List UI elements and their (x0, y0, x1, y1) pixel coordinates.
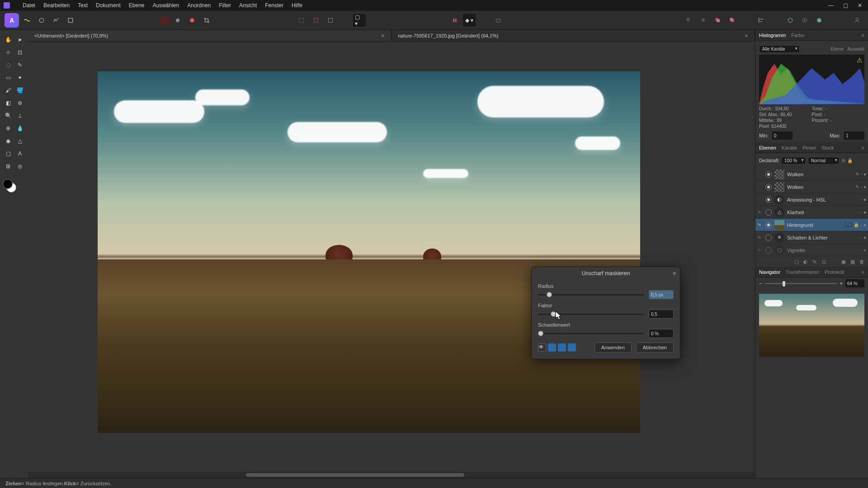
cancel-button[interactable]: Abbrechen (636, 343, 674, 352)
menu-auswaehlen[interactable]: Auswählen (149, 1, 183, 10)
tab-navigator[interactable]: Navigator (759, 269, 780, 275)
horizontal-scrollbar[interactable] (28, 472, 755, 478)
lens-icon[interactable] (492, 14, 505, 27)
order-front-icon[interactable] (726, 14, 739, 27)
swatches-icon[interactable] (160, 17, 170, 24)
menu-filter[interactable]: Filter (215, 1, 235, 10)
layer-name[interactable]: Klarheit (787, 210, 858, 215)
delete-layer-icon[interactable]: 🗑 (858, 258, 865, 265)
text-tool-icon[interactable]: A (14, 148, 25, 159)
max-input[interactable] (844, 131, 864, 140)
panel-menu-icon[interactable]: ≡ (862, 269, 864, 275)
sharpen-tool-icon[interactable]: △ (14, 136, 25, 146)
persona-liquify-icon[interactable] (21, 14, 33, 27)
layer-row[interactable]: Wolken ✎◦● (755, 181, 868, 193)
window-minimize[interactable]: — (826, 1, 835, 10)
layer-name[interactable]: Wolken (787, 184, 853, 190)
lock-icon[interactable]: ◦ (860, 172, 862, 177)
min-input[interactable] (772, 131, 793, 140)
order-forward-icon[interactable] (712, 14, 724, 27)
distribute-icon[interactable]: ◆ ▾ (463, 14, 476, 27)
persona-develop-icon[interactable] (35, 14, 48, 27)
account-icon[interactable] (851, 14, 863, 27)
alignment-icon[interactable] (448, 14, 461, 27)
layer-row[interactable]: ⤷ △ Klarheit ◦● (755, 206, 868, 219)
paint-brush-icon[interactable]: 🖌 (3, 85, 14, 96)
order-backward-icon[interactable] (697, 14, 710, 27)
dodge-tool-icon[interactable]: ⊥ (14, 110, 25, 121)
preview-mode-1-icon[interactable]: 👁 (538, 343, 546, 352)
opt-ebene[interactable]: Ebene (830, 47, 844, 52)
zoom-out-icon[interactable]: − (759, 281, 762, 286)
pen-tool-icon[interactable]: ✎ (14, 60, 25, 70)
visibility-toggle[interactable] (765, 235, 772, 241)
window-close[interactable]: ✕ (855, 1, 864, 10)
tab-kanaele[interactable]: Kanäle (782, 145, 797, 150)
visibility-toggle[interactable] (765, 247, 772, 253)
layer-name[interactable]: Schatten & Lichter (787, 235, 858, 240)
fill-tool-icon[interactable]: 🪣 (14, 85, 25, 96)
foreground-color-well[interactable] (3, 179, 13, 189)
persona-export-icon[interactable] (64, 14, 77, 27)
visibility-toggle[interactable] (765, 209, 772, 216)
selection-brush-icon[interactable]: ◌ (3, 60, 14, 70)
rectangle-tool-icon[interactable]: ▢ (3, 148, 14, 159)
tab-farbe[interactable]: Farbe (791, 33, 804, 38)
add-sync-icon[interactable] (798, 14, 811, 27)
layer-row[interactable]: Wolken ✎◦● (755, 168, 868, 181)
marquee-tool-icon[interactable]: ▭ (3, 72, 14, 83)
visibility-toggle[interactable] (765, 222, 772, 228)
slider-thumb[interactable] (551, 311, 556, 317)
menu-text[interactable]: Text (74, 1, 91, 10)
layer-row[interactable]: ◐ Anpassung - HSL ◦● (755, 193, 868, 206)
gear-icon[interactable]: ⚙ (841, 158, 845, 163)
dialog-titlebar[interactable]: Unscharf maskieren × (532, 267, 680, 280)
layer-row-selected[interactable]: ⤷ Hintergrund FX🔒◦● (755, 219, 868, 231)
crop-tool-icon[interactable] (200, 14, 213, 27)
tab-pinsel[interactable]: Pinsel (802, 145, 816, 150)
scrollbar-thumb[interactable] (246, 473, 464, 477)
sync-icon[interactable] (784, 14, 797, 27)
close-icon[interactable]: × (745, 32, 748, 39)
menu-hilfe[interactable]: Hilfe (288, 1, 306, 10)
move-tool-icon[interactable]: ➤ (14, 34, 25, 45)
layer-name[interactable]: Anpassung - HSL (787, 197, 858, 202)
channels-dropdown[interactable]: Alle Kanäle (759, 45, 800, 53)
panel-menu-icon[interactable]: ≡ (862, 33, 864, 38)
flood-select-icon[interactable]: ✦ (14, 72, 25, 83)
menu-dokument[interactable]: Dokument (92, 1, 124, 10)
adjustment-layers-icon[interactable] (171, 14, 184, 27)
menu-ebene[interactable]: Ebene (125, 1, 148, 10)
crop-layer-icon[interactable]: ⊡ (820, 258, 827, 265)
factor-slider[interactable] (538, 314, 644, 315)
color-wells[interactable] (0, 177, 28, 195)
zoom-input[interactable] (845, 279, 864, 287)
layer-name[interactable]: Hintergrund (787, 222, 842, 228)
zoom-slider[interactable] (764, 283, 837, 284)
color-picker-icon[interactable]: ◎ (14, 161, 25, 172)
smudge-tool-icon[interactable]: 💧 (14, 123, 25, 134)
factor-input[interactable] (649, 310, 674, 319)
layer-name[interactable]: Vignette (787, 248, 858, 253)
view-tool-icon[interactable]: ⊹ (3, 47, 14, 58)
tab-stock[interactable]: Stock (821, 145, 834, 150)
preview-mode-2-icon[interactable] (548, 343, 556, 352)
color-wheel-icon[interactable] (186, 14, 198, 27)
view-mode-icon[interactable]: ▢ ▾ (353, 14, 366, 27)
selection-none-icon[interactable] (310, 14, 322, 27)
threshold-slider[interactable] (538, 333, 644, 334)
blend-mode-dropdown[interactable]: Normal (808, 157, 840, 164)
expand-icon[interactable]: ⤷ (757, 209, 763, 215)
layer-row[interactable]: ⤷ ☀ Schatten & Lichter ◦● (755, 231, 868, 244)
fx-badge[interactable]: FX (844, 222, 853, 227)
cloud-sync-icon[interactable] (813, 14, 826, 27)
radius-slider[interactable] (538, 294, 644, 296)
threshold-input[interactable] (649, 329, 674, 338)
panel-menu-icon[interactable]: ≡ (862, 145, 864, 150)
tab-transformieren[interactable]: Transformieren (786, 269, 819, 275)
selection-rect-icon[interactable] (295, 14, 308, 27)
align-left-icon[interactable] (755, 14, 768, 27)
zoom-in-icon[interactable]: + (840, 281, 843, 286)
group-icon[interactable]: ▣ (840, 258, 847, 265)
unsharp-mask-dialog[interactable]: Unscharf maskieren × Radius Faktor Schwe… (531, 267, 680, 359)
